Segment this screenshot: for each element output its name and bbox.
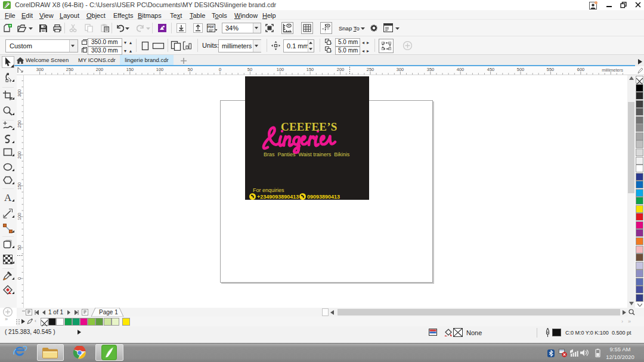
svg-text:A: A bbox=[4, 193, 12, 202]
svg-text:100: 100 bbox=[277, 67, 284, 72]
svg-text:350: 350 bbox=[427, 67, 435, 72]
svg-text:150: 150 bbox=[17, 182, 22, 190]
svg-text:600: 600 bbox=[577, 67, 585, 72]
svg-text:250: 250 bbox=[66, 67, 74, 72]
svg-text:300: 300 bbox=[36, 67, 44, 72]
svg-text:200: 200 bbox=[337, 67, 345, 72]
svg-text:y: y bbox=[330, 49, 332, 52]
svg-text:500: 500 bbox=[517, 67, 525, 72]
svg-text:300: 300 bbox=[17, 89, 22, 97]
svg-text:200: 200 bbox=[17, 151, 22, 159]
svg-text:450: 450 bbox=[487, 67, 495, 72]
svg-text:250: 250 bbox=[17, 120, 22, 128]
svg-text:x: x bbox=[330, 41, 332, 45]
svg-text:550: 550 bbox=[547, 67, 555, 72]
svg-text:250: 250 bbox=[367, 67, 374, 72]
svg-text:millimeters: millimeters bbox=[602, 67, 623, 73]
svg-text:PDF: PDF bbox=[208, 25, 215, 29]
svg-text:0: 0 bbox=[17, 277, 22, 280]
svg-text:400: 400 bbox=[457, 67, 465, 72]
svg-text:100: 100 bbox=[156, 67, 164, 72]
svg-text:50: 50 bbox=[17, 245, 22, 250]
svg-text:100: 100 bbox=[17, 213, 22, 221]
svg-text:300: 300 bbox=[397, 67, 404, 72]
svg-text:50: 50 bbox=[247, 67, 252, 72]
svg-text:50: 50 bbox=[188, 67, 193, 72]
svg-text:0: 0 bbox=[219, 67, 221, 72]
svg-text:200: 200 bbox=[96, 67, 104, 72]
svg-text:150: 150 bbox=[126, 67, 134, 72]
svg-text:150: 150 bbox=[306, 67, 314, 72]
